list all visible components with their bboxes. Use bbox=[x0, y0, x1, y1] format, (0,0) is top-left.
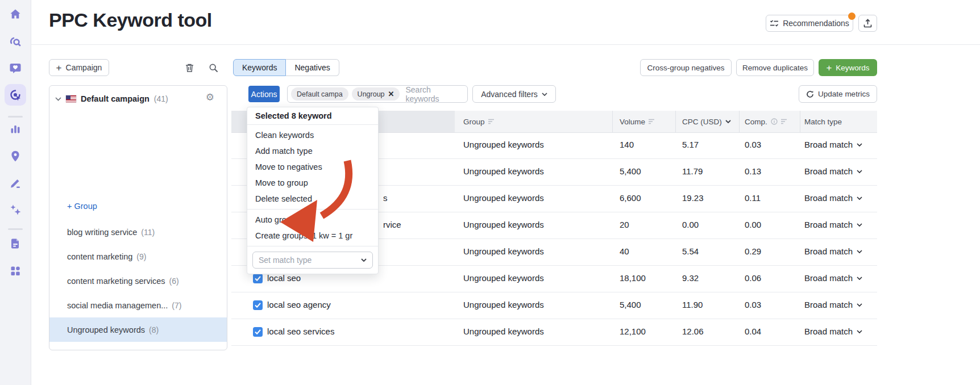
row-checkbox[interactable] bbox=[253, 274, 263, 283]
chip-label: Default campa bbox=[297, 90, 343, 98]
menu-item[interactable]: Create groups: 1 kw = 1 gr bbox=[247, 228, 378, 244]
sort-icon bbox=[649, 119, 655, 124]
search-icon[interactable] bbox=[209, 63, 218, 73]
column-header-volume[interactable]: Volume bbox=[620, 111, 655, 132]
match-type-label: Broad match bbox=[804, 220, 853, 229]
chevron-down-icon bbox=[542, 93, 547, 96]
export-button[interactable] bbox=[858, 15, 877, 32]
group-item[interactable]: content marketing services(6) bbox=[49, 269, 227, 293]
menu-item[interactable]: Auto grouping bbox=[247, 212, 378, 228]
chip-label: Ungroup bbox=[358, 90, 385, 98]
advanced-filters-label: Advanced filters bbox=[481, 90, 538, 99]
apps-icon[interactable] bbox=[9, 265, 22, 277]
volume-cell: 5,400 bbox=[620, 166, 641, 176]
gear-icon[interactable]: ⚙ bbox=[206, 93, 214, 102]
match-type-dropdown[interactable]: Broad match bbox=[804, 140, 862, 149]
home-icon[interactable] bbox=[9, 8, 22, 20]
column-header-match-type[interactable]: Match type bbox=[804, 111, 842, 132]
search-keywords-input[interactable]: Search keywords bbox=[405, 85, 464, 103]
actions-button[interactable]: Actions bbox=[248, 86, 280, 102]
ppc-tool-icon[interactable] bbox=[9, 89, 22, 101]
analytics-icon[interactable] bbox=[9, 123, 22, 135]
chevron-down-icon bbox=[857, 223, 862, 227]
group-cell: Ungrouped keywords bbox=[463, 140, 544, 149]
column-header-comp[interactable]: Comp. bbox=[745, 111, 787, 132]
add-group-button[interactable]: + Group bbox=[67, 202, 97, 211]
group-item[interactable]: blog writing service(11) bbox=[49, 220, 227, 244]
group-count: (11) bbox=[141, 228, 155, 237]
menu-item[interactable]: Delete selected bbox=[247, 191, 378, 207]
match-type-dropdown[interactable]: Broad match bbox=[804, 273, 862, 283]
advanced-filters-button[interactable]: Advanced filters bbox=[472, 85, 556, 103]
content-editor-icon[interactable] bbox=[9, 177, 22, 189]
volume-cell: 20 bbox=[620, 220, 629, 229]
menu-item[interactable]: Clean keywords bbox=[247, 127, 378, 143]
selected-count-header: Selected 8 keyword bbox=[247, 107, 378, 125]
set-match-type-select[interactable]: Set match type bbox=[252, 252, 373, 269]
match-type-label: Broad match bbox=[804, 166, 853, 176]
set-match-type-placeholder: Set match type bbox=[259, 256, 312, 265]
menu-item[interactable]: Move to group bbox=[247, 175, 378, 191]
add-keywords-label: Keywords bbox=[836, 64, 869, 72]
recommendations-label: Recommendations bbox=[783, 19, 849, 28]
close-icon[interactable]: ✕ bbox=[388, 90, 395, 98]
row-checkbox[interactable] bbox=[253, 300, 263, 310]
group-label: social media managemen... bbox=[67, 301, 168, 310]
reports-icon[interactable] bbox=[9, 237, 22, 250]
match-type-dropdown[interactable]: Broad match bbox=[804, 300, 862, 309]
group-item[interactable]: content marketing(9) bbox=[49, 244, 227, 269]
match-type-dropdown[interactable]: Broad match bbox=[804, 193, 862, 203]
update-metrics-button[interactable]: Update metrics bbox=[799, 85, 877, 103]
match-type-dropdown[interactable]: Broad match bbox=[804, 327, 862, 336]
group-count: (8) bbox=[149, 325, 159, 334]
row-checkbox[interactable] bbox=[253, 327, 263, 337]
menu-item[interactable]: Move to negatives bbox=[247, 159, 378, 175]
competition-cell: 0.04 bbox=[745, 327, 761, 336]
chevron-down-icon bbox=[857, 250, 862, 253]
group-count: (6) bbox=[169, 277, 178, 286]
engagement-icon[interactable] bbox=[9, 62, 22, 74]
column-header-cpc[interactable]: CPC (USD) bbox=[682, 111, 731, 132]
chevron-down-icon[interactable] bbox=[55, 97, 61, 101]
group-cell: Ungrouped keywords bbox=[463, 193, 544, 203]
match-type-label: Broad match bbox=[804, 246, 853, 256]
match-type-dropdown[interactable]: Broad match bbox=[804, 246, 862, 256]
volume-cell: 140 bbox=[620, 140, 634, 149]
remove-duplicates-button[interactable]: Remove duplicates bbox=[736, 59, 814, 76]
menu-item[interactable]: Add match type bbox=[247, 143, 378, 159]
sort-icon bbox=[488, 119, 495, 124]
match-type-dropdown[interactable]: Broad match bbox=[804, 220, 862, 229]
keyword-cell: local seo bbox=[267, 273, 301, 283]
rank-tracker-icon[interactable] bbox=[9, 35, 22, 48]
keyword-search-box[interactable]: Default campa Ungroup✕ Search keywords bbox=[287, 85, 468, 103]
match-type-dropdown[interactable]: Broad match bbox=[804, 166, 862, 176]
cross-group-negatives-button[interactable]: Cross-group negatives bbox=[640, 59, 732, 76]
cpc-cell: 11.79 bbox=[682, 166, 703, 176]
plus-icon: + bbox=[56, 63, 62, 73]
table-row: local seo agencyUngrouped keywords5,4001… bbox=[231, 292, 877, 319]
group-item[interactable]: social media managemen...(7) bbox=[49, 293, 227, 317]
competition-cell: 0.03 bbox=[745, 300, 761, 309]
filter-chip-group[interactable]: Ungroup✕ bbox=[352, 87, 400, 101]
column-header-group[interactable]: Group bbox=[463, 111, 495, 132]
add-keywords-button[interactable]: + Keywords bbox=[819, 59, 877, 76]
recommendations-button[interactable]: Recommendations bbox=[766, 15, 853, 32]
cpc-cell: 5.54 bbox=[682, 246, 699, 256]
local-marketing-icon[interactable] bbox=[9, 150, 22, 162]
group-cell: Ungrouped keywords bbox=[463, 300, 544, 309]
group-label: content marketing bbox=[67, 252, 132, 261]
match-type-label: Broad match bbox=[804, 273, 853, 283]
cpc-cell: 19.23 bbox=[682, 193, 704, 203]
chevron-down-icon bbox=[857, 143, 862, 147]
ai-tools-icon[interactable] bbox=[9, 203, 22, 216]
group-item[interactable]: Ungrouped keywords(8) bbox=[49, 317, 227, 342]
tab-keywords[interactable]: Keywords bbox=[233, 59, 286, 76]
campaign-row[interactable]: Default campaign (41) bbox=[49, 86, 227, 112]
campaign-count: (41) bbox=[154, 94, 168, 103]
chevron-down-icon bbox=[857, 303, 862, 307]
trash-icon[interactable] bbox=[185, 63, 194, 73]
filter-chip-campaign[interactable]: Default campa bbox=[291, 87, 348, 101]
add-campaign-button[interactable]: + Campaign bbox=[49, 59, 109, 76]
tab-negatives[interactable]: Negatives bbox=[286, 59, 339, 76]
plus-icon: + bbox=[826, 63, 832, 73]
